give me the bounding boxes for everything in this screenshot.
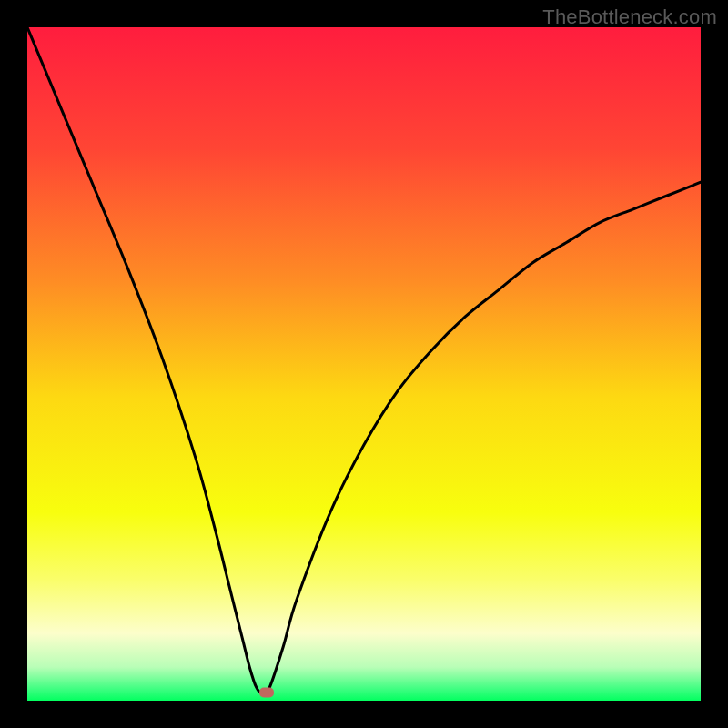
chart-frame: TheBottleneck.com — [0, 0, 728, 728]
gradient-background — [27, 27, 701, 701]
plot-svg — [27, 27, 701, 701]
plot-area — [27, 27, 701, 701]
watermark-label: TheBottleneck.com — [542, 5, 717, 29]
optimal-marker — [259, 688, 274, 698]
